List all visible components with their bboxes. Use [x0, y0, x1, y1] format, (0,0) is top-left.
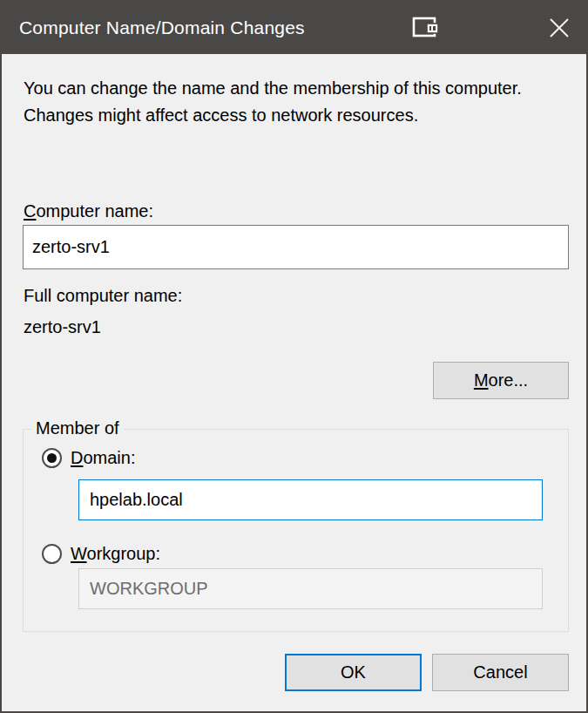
domain-radio[interactable]	[42, 448, 62, 468]
workgroup-input	[78, 568, 543, 609]
workgroup-radio[interactable]	[42, 544, 62, 564]
domain-radio-row: Domain:	[42, 448, 135, 468]
computer-display-icon	[412, 15, 440, 41]
more-button[interactable]: More...	[433, 362, 569, 399]
full-computer-name-value: zerto-srv1	[24, 317, 101, 337]
ok-button[interactable]: OK	[285, 654, 422, 691]
x-mark-icon	[548, 17, 571, 39]
titlebar: Computer Name/Domain Changes	[2, 2, 586, 54]
cancel-button[interactable]: Cancel	[432, 654, 569, 691]
computer-name-label: Computer name:	[24, 201, 153, 221]
full-computer-name-label: Full computer name:	[24, 286, 182, 306]
close-button[interactable]	[532, 2, 586, 54]
domain-input[interactable]	[78, 479, 543, 520]
domain-radio-label[interactable]: Domain:	[71, 448, 135, 468]
workgroup-radio-row: Workgroup:	[42, 544, 160, 564]
dialog-description: You can change the name and the membersh…	[24, 75, 565, 129]
computer-name-domain-changes-dialog: Computer Name/Domain Changes You can cha…	[0, 0, 588, 713]
window-title: Computer Name/Domain Changes	[19, 17, 305, 38]
member-of-legend: Member of	[31, 418, 124, 438]
workgroup-radio-label[interactable]: Workgroup:	[71, 544, 160, 564]
computer-name-input[interactable]	[23, 225, 569, 269]
